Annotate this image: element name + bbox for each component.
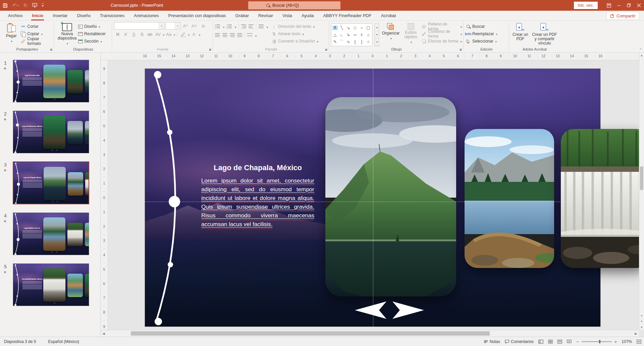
- decrease-indent-icon[interactable]: [241, 24, 246, 28]
- undo-dropdown-icon[interactable]: ▾: [17, 4, 19, 7]
- slide-counter[interactable]: Diapositiva 3 de 5: [4, 339, 36, 344]
- line-spacing-icon[interactable]: [259, 24, 264, 28]
- slide-layout-button[interactable]: Diseño: [78, 23, 106, 30]
- shape-outline-button[interactable]: 🖉Contorno de forma: [421, 30, 462, 38]
- slide-thumbnail-5[interactable]: Cascada Montpellier, México ←: [13, 263, 89, 306]
- slideshow-view-button[interactable]: [567, 340, 572, 344]
- notes-toggle[interactable]: Notas: [484, 339, 500, 344]
- zoom-slider-track[interactable]: [582, 341, 612, 342]
- minimize-button[interactable]: [614, 0, 624, 11]
- slide-thumbnail-4[interactable]: Lago Redfish, E.E.U.U. ← →: [13, 212, 89, 255]
- shape-glyph-8[interactable]: ↳: [347, 33, 350, 37]
- customize-qat-icon[interactable]: ▾: [42, 3, 44, 7]
- shape-glyph-3[interactable]: □: [354, 26, 356, 30]
- shape-glyph-6[interactable]: △: [333, 33, 336, 37]
- bold-button[interactable]: N: [114, 31, 121, 38]
- shape-glyph-10[interactable]: ⇩: [360, 33, 363, 37]
- font-dialog-launcher[interactable]: [208, 48, 212, 51]
- zoom-level[interactable]: 107%: [622, 339, 632, 344]
- underline-button[interactable]: S: [130, 31, 138, 38]
- slide-body-text[interactable]: Lorem ipsum dolor sit amet, consectetur …: [201, 177, 314, 229]
- scroll-down-icon[interactable]: ▼: [639, 325, 644, 330]
- italic-button[interactable]: K: [122, 31, 129, 38]
- tab-archivo[interactable]: Archivo: [3, 11, 27, 20]
- strikethrough-button[interactable]: ab: [146, 31, 154, 38]
- replace-button[interactable]: b↺cReemplazar: [466, 30, 507, 38]
- tab-transiciones[interactable]: Transiciones: [95, 11, 129, 20]
- scroll-left-icon[interactable]: ◀: [101, 330, 107, 337]
- next-slide-icon[interactable]: ⏷: [639, 319, 644, 324]
- align-center-icon[interactable]: [222, 33, 227, 37]
- slide-editing-area[interactable]: Lago de Chapala, México Lorem ipsum dolo…: [145, 69, 600, 327]
- clear-formatting-button[interactable]: A̷: [199, 22, 207, 29]
- shape-glyph-7[interactable]: ∟: [340, 33, 344, 37]
- share-button[interactable]: Compartir: [606, 12, 639, 20]
- slide-sorter-view-button[interactable]: [548, 340, 553, 344]
- zoom-in-icon[interactable]: +: [614, 339, 617, 344]
- section-button[interactable]: Sección: [78, 38, 106, 45]
- tab-grabar[interactable]: Grabar: [231, 11, 254, 20]
- tab-vista[interactable]: Vista: [278, 11, 297, 20]
- increase-indent-icon[interactable]: [249, 24, 254, 28]
- horizontal-ruler[interactable]: 1615141312111098765432101234567891011121…: [101, 53, 639, 60]
- search-box[interactable]: Buscar (Alt+Q): [248, 1, 340, 9]
- character-spacing-button[interactable]: AV: [154, 31, 162, 38]
- justify-icon[interactable]: [237, 33, 242, 37]
- tab-revisar[interactable]: Revisar: [254, 11, 278, 20]
- shape-glyph-15[interactable]: {: [354, 40, 356, 44]
- fit-to-window-button[interactable]: [637, 340, 641, 344]
- text-shadow-button[interactable]: S: [138, 31, 146, 38]
- sign-in-button[interactable]: Inic. ses.: [574, 2, 598, 9]
- shape-glyph-13[interactable]: ⌒: [340, 40, 344, 44]
- font-size-combo[interactable]: ▾: [166, 22, 180, 29]
- close-button[interactable]: [634, 0, 644, 11]
- align-right-icon[interactable]: [230, 33, 235, 37]
- tab-acrobat[interactable]: Acrobat: [376, 11, 401, 20]
- shape-glyph-17[interactable]: ☆: [367, 40, 370, 44]
- drawing-dialog-launcher[interactable]: [459, 48, 462, 51]
- shrink-font-button[interactable]: A˅: [191, 22, 198, 29]
- align-left-icon[interactable]: [215, 33, 220, 37]
- slide-thumbnail-3-selected[interactable]: Lago de Chapala, México ← →: [13, 161, 89, 204]
- reading-view-button[interactable]: [557, 340, 562, 344]
- select-button[interactable]: Seleccionar: [466, 38, 507, 45]
- bullets-icon[interactable]: [215, 24, 220, 28]
- shape-glyph-11[interactable]: ⌂: [367, 33, 369, 37]
- change-case-button[interactable]: Aa: [165, 31, 172, 38]
- tab-insertar[interactable]: Insertar: [48, 11, 72, 20]
- clipboard-dialog-launcher[interactable]: [49, 48, 53, 51]
- slideshow-from-start-icon[interactable]: [32, 3, 37, 8]
- shape-glyph-12[interactable]: ✎: [333, 40, 337, 44]
- scroll-right-icon[interactable]: ▶: [633, 330, 639, 337]
- horizontal-scrollbar[interactable]: ◀ ▶: [101, 330, 639, 337]
- normal-view-button[interactable]: [538, 340, 543, 344]
- language-indicator[interactable]: Español (México): [48, 339, 79, 344]
- shape-glyph-4[interactable]: ○: [361, 26, 363, 30]
- horizontal-scrollbar-thumb[interactable]: [131, 331, 490, 336]
- create-pdf-button[interactable]: ▲∞ Crear un PDF: [511, 22, 530, 47]
- text-direction-button[interactable]: ↕Dirección del texto: [271, 23, 318, 30]
- shape-glyph-5[interactable]: ▢: [366, 26, 370, 30]
- align-text-button[interactable]: ⇅Alinear texto: [271, 30, 318, 38]
- paste-button[interactable]: Pegar: [2, 22, 20, 47]
- columns-icon[interactable]: [247, 33, 252, 37]
- cut-button[interactable]: ✂Cortar: [20, 23, 52, 30]
- horizontal-drawing-guide[interactable]: [145, 202, 600, 202]
- create-pdf-share-button[interactable]: ▲∞ Crear un PDF y compartir vínculo: [531, 22, 558, 47]
- format-painter-button[interactable]: 🖉Copiar formato: [20, 38, 52, 45]
- zoom-slider-knob[interactable]: [599, 340, 600, 343]
- vertical-ruler[interactable]: 9876543210123456789: [101, 60, 108, 330]
- reset-slide-button[interactable]: Restablecer: [78, 30, 106, 38]
- grow-font-button[interactable]: A^: [182, 22, 189, 29]
- save-icon[interactable]: [3, 3, 8, 8]
- convert-smartart-button[interactable]: ⇶Convertir a SmartArt: [271, 38, 318, 45]
- new-slide-button[interactable]: + Nueva diapositiva: [56, 22, 78, 47]
- tab-animaciones[interactable]: Animaciones: [129, 11, 163, 20]
- slide-title-text[interactable]: Lago de Chapala, México: [201, 163, 314, 172]
- ribbon-display-options-icon[interactable]: [604, 0, 614, 11]
- find-button[interactable]: Buscar: [466, 23, 507, 30]
- shape-glyph-2[interactable]: ↘: [347, 26, 350, 30]
- photo-card-center-chapala[interactable]: [325, 97, 456, 296]
- shape-glyph-0[interactable]: A: [333, 26, 337, 30]
- arrange-button[interactable]: Organizar: [381, 22, 400, 47]
